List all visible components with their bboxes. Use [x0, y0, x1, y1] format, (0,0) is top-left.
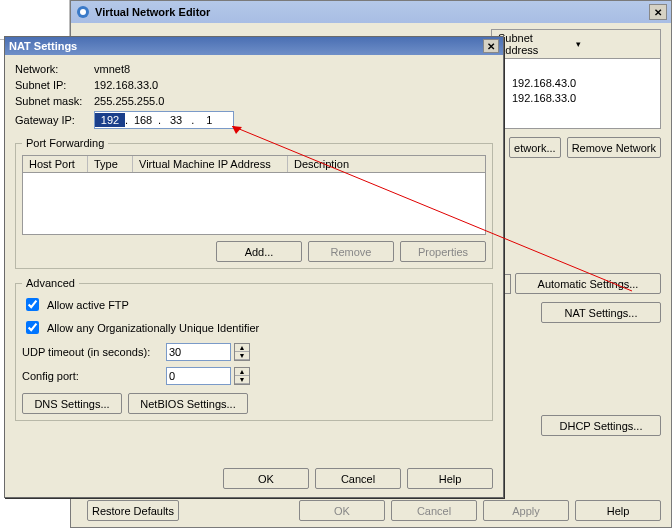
list-item: - [492, 61, 660, 76]
network-label: Network: [15, 63, 90, 75]
subnet-list[interactable]: - d192.168.43.0 d192.168.33.0 [491, 59, 661, 129]
col-type[interactable]: Type [88, 156, 133, 172]
ip-octet-2[interactable] [128, 113, 158, 127]
close-icon[interactable]: ✕ [483, 39, 499, 53]
dns-settings-button[interactable]: DNS Settings... [22, 393, 122, 414]
config-port-spinner[interactable]: ▲▼ [234, 367, 250, 385]
list-item: d192.168.43.0 [492, 76, 660, 91]
remove-network-button[interactable]: Remove Network [567, 137, 661, 158]
allow-ftp-checkbox[interactable] [26, 298, 39, 311]
subnet-ip-value: 192.168.33.0 [94, 79, 158, 91]
port-forwarding-table[interactable] [22, 173, 486, 235]
ip-octet-4[interactable] [194, 113, 224, 127]
automatic-settings-button[interactable]: Automatic Settings... [515, 273, 661, 294]
restore-defaults-button[interactable]: Restore Defaults [87, 500, 179, 521]
list-item: d192.168.33.0 [492, 91, 660, 106]
add-network-button[interactable]: etwork... [509, 137, 561, 158]
ip-octet-3[interactable] [161, 113, 191, 127]
app-icon [75, 4, 91, 20]
col-host-port[interactable]: Host Port [23, 156, 88, 172]
nat-title-text: NAT Settings [9, 40, 483, 52]
subnet-column-header[interactable]: Subnet Address ▾ [491, 29, 661, 59]
udp-timeout-label: UDP timeout (in seconds): [22, 346, 162, 358]
main-cancel-button[interactable]: Cancel [391, 500, 477, 521]
close-icon[interactable]: ✕ [649, 4, 667, 20]
subnet-mask-label: Subnet mask: [15, 95, 90, 107]
gateway-label: Gateway IP: [15, 114, 90, 126]
nat-help-button[interactable]: Help [407, 468, 493, 489]
nat-ok-button[interactable]: OK [223, 468, 309, 489]
nat-settings-dialog: NAT Settings ✕ Network:vmnet8 Subnet IP:… [4, 36, 504, 498]
main-help-button[interactable]: Help [575, 500, 661, 521]
advanced-legend: Advanced [22, 277, 79, 289]
nat-settings-button[interactable]: NAT Settings... [541, 302, 661, 323]
main-title: Virtual Network Editor [95, 6, 649, 18]
allow-oui-label: Allow any Organizationally Unique Identi… [47, 322, 259, 334]
netbios-settings-button[interactable]: NetBIOS Settings... [128, 393, 248, 414]
allow-ftp-label: Allow active FTP [47, 299, 129, 311]
svg-point-1 [80, 9, 86, 15]
add-button[interactable]: Add... [216, 241, 302, 262]
properties-button: Properties [400, 241, 486, 262]
gateway-ip-input[interactable]: . . . [94, 111, 234, 129]
main-ok-button[interactable]: OK [299, 500, 385, 521]
ip-octet-1[interactable] [95, 113, 125, 127]
advanced-group: Advanced Allow active FTP Allow any Orga… [15, 277, 493, 421]
nat-cancel-button[interactable]: Cancel [315, 468, 401, 489]
subnet-ip-label: Subnet IP: [15, 79, 90, 91]
apply-button[interactable]: Apply [483, 500, 569, 521]
background-panel [0, 0, 70, 40]
allow-oui-checkbox[interactable] [26, 321, 39, 334]
port-forwarding-header: Host Port Type Virtual Machine IP Addres… [22, 155, 486, 173]
main-titlebar: Virtual Network Editor ✕ [71, 1, 671, 23]
config-port-input[interactable] [166, 367, 231, 385]
col-desc[interactable]: Description [288, 156, 485, 172]
udp-timeout-input[interactable] [166, 343, 231, 361]
remove-button: Remove [308, 241, 394, 262]
subnet-mask-value: 255.255.255.0 [94, 95, 164, 107]
network-value: vmnet8 [94, 63, 130, 75]
udp-spinner[interactable]: ▲▼ [234, 343, 250, 361]
col-vmip[interactable]: Virtual Machine IP Address [133, 156, 288, 172]
port-forwarding-group: Port Forwarding Host Port Type Virtual M… [15, 137, 493, 269]
port-forwarding-legend: Port Forwarding [22, 137, 108, 149]
nat-titlebar: NAT Settings ✕ [5, 37, 503, 55]
sort-icon: ▾ [574, 39, 654, 49]
config-port-label: Config port: [22, 370, 162, 382]
dhcp-settings-button[interactable]: DHCP Settings... [541, 415, 661, 436]
